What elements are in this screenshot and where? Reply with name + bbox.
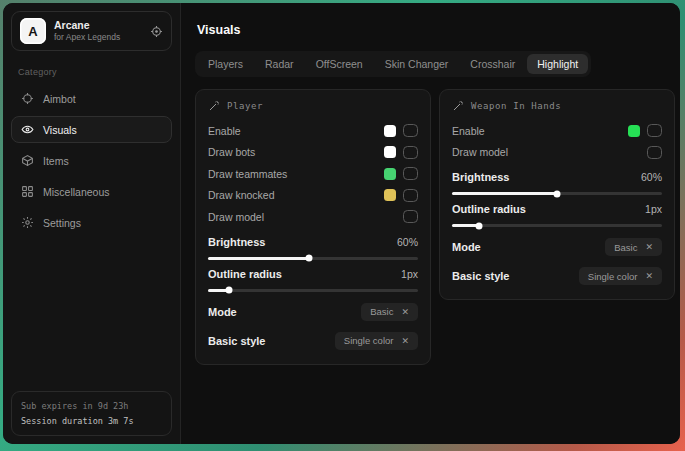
slider-brightness: Brightness 60%	[208, 236, 418, 260]
slider-thumb[interactable]	[226, 287, 233, 294]
toggle-label: Draw teammates	[208, 168, 287, 180]
slider-fill	[452, 192, 557, 195]
sidebar-item-settings[interactable]: Settings	[11, 209, 172, 236]
select-mode: Mode Basic ✕	[208, 303, 418, 321]
color-swatch[interactable]	[628, 125, 640, 137]
toggle-row-enable: Enable	[452, 120, 662, 142]
tab-highlight[interactable]: Highlight	[527, 54, 588, 74]
toggle-row-draw-knocked: Draw knocked	[208, 185, 418, 207]
select-basic-style: Basic style Single color ✕	[452, 267, 662, 285]
sidebar-item-label: Items	[43, 155, 69, 167]
close-icon[interactable]: ✕	[645, 242, 653, 252]
toggle-label: Enable	[452, 125, 485, 137]
sidebar: A Arcane for Apex Legends Category Aimbo…	[3, 3, 181, 444]
sidebar-item-miscellaneous[interactable]: Miscellaneous	[11, 178, 172, 205]
sidebar-item-items[interactable]: Items	[11, 147, 172, 174]
toggle-label: Draw model	[452, 146, 508, 158]
slider-thumb[interactable]	[305, 255, 312, 262]
color-swatch[interactable]	[384, 146, 396, 158]
app-title-block: Arcane for Apex Legends	[54, 19, 120, 44]
slider-brightness: Brightness 60%	[452, 171, 662, 195]
slider-track[interactable]	[452, 224, 662, 227]
color-swatch[interactable]	[384, 125, 396, 137]
toggle-label: Enable	[208, 125, 241, 137]
scope-icon[interactable]	[150, 25, 163, 38]
app-logo: A	[20, 18, 46, 44]
slider-thumb[interactable]	[476, 222, 483, 229]
toggle-row-draw-teammates: Draw teammates	[208, 163, 418, 185]
close-icon[interactable]: ✕	[401, 336, 409, 346]
page-title: Visuals	[197, 23, 666, 37]
select-basic-style: Basic style Single color ✕	[208, 332, 418, 350]
close-icon[interactable]: ✕	[645, 271, 653, 281]
select-value: Single color	[588, 271, 638, 282]
checkbox[interactable]	[647, 124, 662, 137]
slider-track[interactable]	[208, 257, 418, 260]
crosshair-icon	[21, 92, 34, 105]
slider-label: Brightness	[452, 171, 509, 183]
panel-title: Player	[227, 101, 263, 111]
panel-weapon-in-hands: Weapon In Hands Enable Draw model Bright…	[439, 89, 675, 300]
gear-icon	[21, 216, 34, 229]
panel-title: Weapon In Hands	[471, 101, 561, 111]
sidebar-item-visuals[interactable]: Visuals	[11, 116, 172, 143]
slider-fill	[208, 257, 309, 260]
checkbox[interactable]	[403, 124, 418, 137]
select-chip[interactable]: Single color ✕	[579, 267, 662, 285]
sidebar-item-label: Miscellaneous	[43, 186, 110, 198]
checkbox[interactable]	[403, 146, 418, 159]
sidebar-header: A Arcane for Apex Legends	[11, 11, 172, 51]
tab-bar: Players Radar OffScreen Skin Changer Cro…	[195, 51, 591, 77]
package-icon	[21, 154, 34, 167]
select-label: Basic style	[208, 335, 265, 347]
app-subtitle: for Apex Legends	[54, 32, 120, 43]
checkbox[interactable]	[403, 167, 418, 180]
tab-skin-changer[interactable]: Skin Changer	[375, 54, 459, 74]
select-label: Mode	[452, 241, 481, 253]
slider-thumb[interactable]	[554, 190, 561, 197]
checkbox[interactable]	[647, 146, 662, 159]
tab-players[interactable]: Players	[198, 54, 253, 74]
toggle-row-draw-bots: Draw bots	[208, 142, 418, 164]
subscription-info: Sub expires in 9d 23h Session duration 3…	[11, 391, 172, 436]
slider-label: Brightness	[208, 236, 265, 248]
select-chip[interactable]: Single color ✕	[335, 332, 418, 350]
slider-track[interactable]	[208, 289, 418, 292]
slider-value: 1px	[645, 203, 662, 215]
slider-track[interactable]	[452, 192, 662, 195]
checkbox[interactable]	[403, 189, 418, 202]
select-label: Mode	[208, 306, 237, 318]
select-chip[interactable]: Basic ✕	[361, 303, 418, 321]
select-label: Basic style	[452, 270, 509, 282]
slider-outline-radius: Outline radius 1px	[452, 203, 662, 227]
tab-offscreen[interactable]: OffScreen	[306, 54, 373, 74]
session-duration-text: Session duration 3m 7s	[21, 414, 162, 428]
toggle-label: Draw knocked	[208, 189, 275, 201]
tab-radar[interactable]: Radar	[255, 54, 304, 74]
panel-header: Player	[208, 100, 418, 112]
close-icon[interactable]: ✕	[401, 307, 409, 317]
toggle-row-draw-model: Draw model	[452, 142, 662, 164]
app-name: Arcane	[54, 19, 120, 33]
wand-icon	[452, 100, 464, 112]
select-chip[interactable]: Basic ✕	[605, 238, 662, 256]
eye-icon	[21, 123, 34, 136]
sidebar-item-label: Settings	[43, 217, 81, 229]
checkbox[interactable]	[403, 210, 418, 223]
sidebar-item-aimbot[interactable]: Aimbot	[11, 85, 172, 112]
select-mode: Mode Basic ✕	[452, 238, 662, 256]
color-swatch[interactable]	[384, 168, 396, 180]
wand-icon	[208, 100, 220, 112]
tab-crosshair[interactable]: Crosshair	[460, 54, 525, 74]
slider-value: 60%	[641, 171, 662, 183]
panel-player: Player Enable Draw bots Draw teammates D…	[195, 89, 431, 365]
slider-label: Outline radius	[208, 268, 282, 280]
grid-icon	[21, 185, 34, 198]
toggle-label: Draw bots	[208, 146, 255, 158]
toggle-label: Draw model	[208, 211, 264, 223]
color-swatch[interactable]	[384, 189, 396, 201]
panel-header: Weapon In Hands	[452, 100, 662, 112]
slider-value: 1px	[401, 268, 418, 280]
slider-label: Outline radius	[452, 203, 526, 215]
slider-value: 60%	[397, 236, 418, 248]
